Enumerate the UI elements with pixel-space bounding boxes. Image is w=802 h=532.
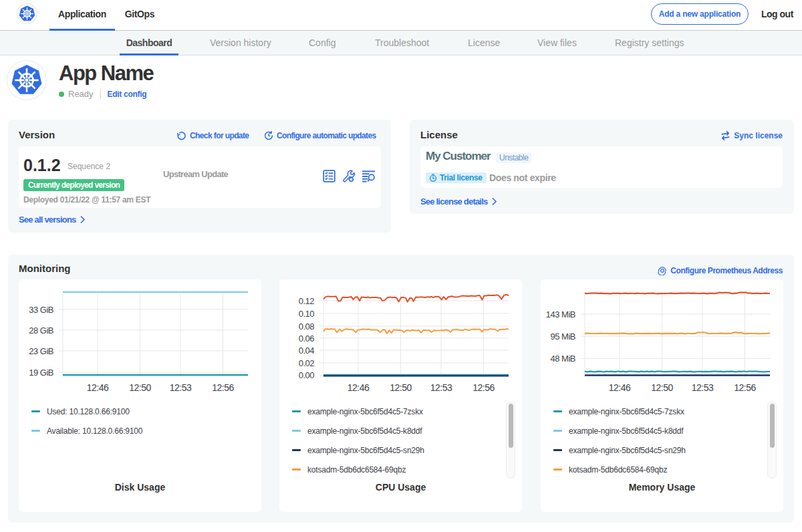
svg-text:23 GiB: 23 GiB [29,346,53,356]
svg-text:12:46: 12:46 [609,382,631,393]
svg-text:12:46: 12:46 [348,382,370,393]
svg-text:28 GiB: 28 GiB [29,325,53,336]
svg-text:143 MiB: 143 MiB [546,309,575,319]
svg-text:95 MiB: 95 MiB [551,331,575,342]
svg-text:33 GiB: 33 GiB [29,305,53,315]
svg-text:0.06: 0.06 [299,334,315,344]
svg-text:12:50: 12:50 [129,382,151,393]
svg-text:48 MiB: 48 MiB [551,354,575,364]
svg-text:12:53: 12:53 [170,382,192,393]
svg-text:0.08: 0.08 [299,321,315,331]
svg-text:12:56: 12:56 [212,382,234,393]
svg-text:12:56: 12:56 [473,382,495,393]
svg-text:12:56: 12:56 [734,382,756,393]
svg-text:12:50: 12:50 [390,382,412,393]
svg-text:12:53: 12:53 [692,382,714,393]
svg-text:12:46: 12:46 [87,382,109,393]
svg-text:12:53: 12:53 [430,382,452,393]
svg-text:19 GiB: 19 GiB [29,368,53,378]
svg-text:0.02: 0.02 [299,358,315,368]
svg-text:0.12: 0.12 [299,296,315,306]
svg-text:0.00: 0.00 [299,370,315,380]
svg-text:12:50: 12:50 [651,382,673,393]
svg-text:0.10: 0.10 [299,309,315,319]
svg-text:0.04: 0.04 [299,346,315,356]
